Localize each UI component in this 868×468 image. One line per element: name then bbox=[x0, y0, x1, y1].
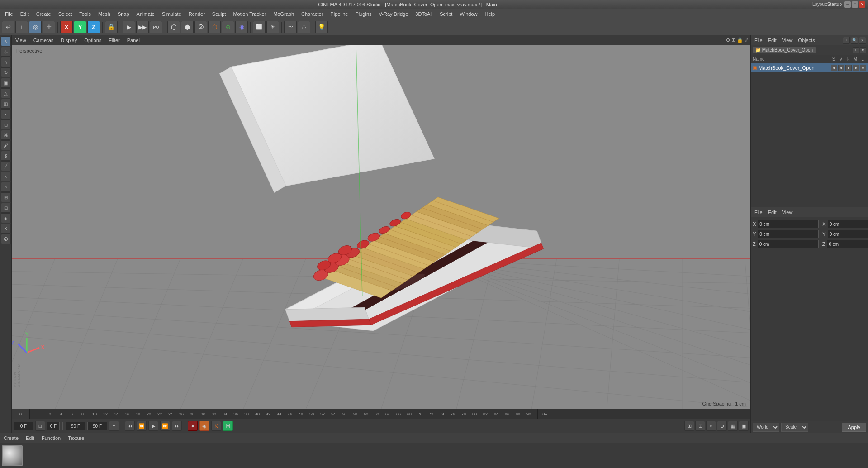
coord-x-rot[interactable] bbox=[828, 220, 868, 228]
menu-edit[interactable]: Edit bbox=[17, 10, 32, 18]
rotate-tool[interactable]: ↻ bbox=[1, 67, 11, 77]
obj-add-btn[interactable]: + bbox=[843, 37, 850, 44]
transform-mode-dropdown[interactable]: Scale Move Rotate bbox=[781, 423, 808, 432]
object-tab-main[interactable]: 📁 MatchBook_Cover_Open bbox=[753, 47, 816, 53]
object-mode[interactable]: ▣ bbox=[1, 78, 11, 88]
move-tool[interactable]: ⊹ bbox=[1, 47, 11, 57]
point-mode[interactable]: · bbox=[1, 109, 11, 119]
end-frame-field[interactable] bbox=[66, 422, 85, 430]
tl-rate-btn[interactable]: ▼ bbox=[109, 421, 119, 431]
next-frame-btn[interactable]: ⏩ bbox=[160, 421, 170, 431]
menu-mograph[interactable]: MoGraph bbox=[270, 10, 297, 18]
y-axis-btn[interactable]: Y bbox=[74, 21, 86, 33]
xpresso-tool[interactable]: X bbox=[1, 224, 11, 234]
vp-menu-view[interactable]: View bbox=[14, 37, 28, 43]
close-btn[interactable]: ✕ bbox=[859, 1, 865, 8]
obj-close-btn[interactable]: ✕ bbox=[859, 37, 866, 44]
obj-mgr-file[interactable]: File bbox=[753, 37, 764, 43]
menu-render[interactable]: Render bbox=[185, 10, 208, 18]
go-start-btn[interactable]: ⏮ bbox=[125, 421, 135, 431]
menu-file[interactable]: File bbox=[2, 10, 16, 18]
coord-y-pos[interactable] bbox=[758, 230, 819, 238]
menu-plugins[interactable]: Plugins bbox=[352, 10, 375, 18]
menu-vray[interactable]: V-Ray Bridge bbox=[376, 10, 412, 18]
camera-btn[interactable]: ◉ bbox=[235, 21, 248, 33]
mat-create[interactable]: Create bbox=[2, 435, 20, 441]
menu-3dtoall[interactable]: 3DToAll bbox=[412, 10, 436, 18]
line-tool[interactable]: ╱ bbox=[1, 161, 11, 171]
obj-m-btn[interactable]: ● bbox=[853, 65, 859, 71]
tl-layout-4[interactable]: ⊕ bbox=[717, 421, 727, 431]
dynamic-tool[interactable]: ○ bbox=[1, 182, 11, 192]
coord-z-rot[interactable] bbox=[827, 240, 868, 248]
menu-mesh[interactable]: Mesh bbox=[95, 10, 114, 18]
edge-mode[interactable]: ◫ bbox=[1, 99, 11, 109]
menu-tools[interactable]: Tools bbox=[76, 10, 94, 18]
cursor-tool[interactable]: ↖ bbox=[1, 36, 11, 46]
vp-menu-display[interactable]: Display bbox=[59, 37, 79, 43]
vp-menu-options[interactable]: Options bbox=[82, 37, 103, 43]
null-btn[interactable]: ⊕ bbox=[222, 21, 234, 33]
menu-pipeline[interactable]: Pipeline bbox=[327, 10, 351, 18]
sphere-btn[interactable]: ⬢ bbox=[181, 21, 194, 33]
model-mode[interactable]: ◻ bbox=[1, 119, 11, 129]
obj-search-btn[interactable]: 🔍 bbox=[851, 37, 858, 44]
vp-menu-panel[interactable]: Panel bbox=[125, 37, 142, 43]
tl-layout-2[interactable]: ⊡ bbox=[695, 421, 705, 431]
z-axis-btn[interactable]: Z bbox=[87, 21, 100, 33]
obj-l-btn[interactable]: ● bbox=[860, 65, 866, 71]
polygon-mode[interactable]: △ bbox=[1, 88, 11, 98]
tab-add[interactable]: + bbox=[853, 47, 859, 53]
coord-system-dropdown[interactable]: World Local Object bbox=[753, 423, 779, 432]
undo-btn[interactable]: ↩ bbox=[2, 21, 14, 33]
render-to-po-btn[interactable]: PO bbox=[150, 21, 162, 33]
key-btn[interactable]: K bbox=[211, 421, 221, 431]
vp-icon-1[interactable]: ⊕ bbox=[726, 37, 730, 43]
menu-window[interactable]: Window bbox=[456, 10, 480, 18]
vp-icon-2[interactable]: ⊞ bbox=[731, 37, 735, 43]
auto-key-btn[interactable]: ◉ bbox=[199, 421, 209, 431]
coords-file[interactable]: File bbox=[753, 209, 764, 215]
ref-tool[interactable]: ⦿ bbox=[1, 234, 11, 244]
fps-field[interactable] bbox=[87, 422, 107, 430]
apply-button[interactable]: Apply bbox=[842, 423, 866, 432]
go-end-btn[interactable]: ⏭ bbox=[172, 421, 182, 431]
mat-texture[interactable]: Texture bbox=[66, 435, 86, 441]
menu-select[interactable]: Select bbox=[55, 10, 76, 18]
mat-function[interactable]: Function bbox=[40, 435, 62, 441]
frame-range-btn[interactable]: ◫ bbox=[35, 421, 45, 431]
obj-v-btn[interactable]: ● bbox=[838, 65, 844, 71]
frame-value-field[interactable] bbox=[47, 422, 60, 430]
paint-tool[interactable]: 🖌 bbox=[1, 140, 11, 150]
sky-btn[interactable]: ☀ bbox=[266, 21, 279, 33]
render-region-btn[interactable]: ▶ bbox=[123, 21, 135, 33]
maximize-btn[interactable]: □ bbox=[852, 1, 858, 8]
prev-frame-btn[interactable]: ⏪ bbox=[137, 421, 147, 431]
menu-motion-tracker[interactable]: Motion Tracker bbox=[230, 10, 269, 18]
coord-y-rot[interactable] bbox=[828, 230, 868, 238]
obj-mgr-view[interactable]: View bbox=[780, 37, 795, 43]
coords-edit[interactable]: Edit bbox=[766, 209, 778, 215]
vp-menu-filter[interactable]: Filter bbox=[107, 37, 121, 43]
measure-tool[interactable]: ◈ bbox=[1, 213, 11, 223]
coord-z-pos[interactable] bbox=[758, 240, 819, 248]
scale-tool[interactable]: ⤡ bbox=[1, 57, 11, 67]
menu-snap[interactable]: Snap bbox=[114, 10, 133, 18]
deformer-btn[interactable]: 〜 bbox=[284, 21, 297, 33]
vp-icon-lock[interactable]: 🔒 bbox=[737, 37, 743, 43]
floor-btn[interactable]: ⬜ bbox=[253, 21, 266, 33]
vp-menu-cameras[interactable]: Cameras bbox=[32, 37, 56, 43]
sculpt-tool[interactable]: ⌘ bbox=[1, 130, 11, 140]
live-selection-btn[interactable]: ◎ bbox=[29, 21, 42, 33]
menu-create[interactable]: Create bbox=[33, 10, 54, 18]
vp-icon-fullscreen[interactable]: ⤢ bbox=[745, 37, 749, 43]
material-swatch-matchbook[interactable]: MatchB... bbox=[2, 445, 23, 466]
tl-layout-5[interactable]: ▦ bbox=[728, 421, 738, 431]
cone-btn[interactable]: ⭗ bbox=[194, 21, 207, 33]
tab-close[interactable]: ✕ bbox=[860, 47, 866, 53]
play-btn[interactable]: ▶ bbox=[148, 421, 158, 431]
obj-mgr-edit[interactable]: Edit bbox=[766, 37, 778, 43]
x-axis-btn[interactable]: X bbox=[60, 21, 73, 33]
spline-tool[interactable]: ∿ bbox=[1, 172, 11, 181]
minimize-btn[interactable]: ─ bbox=[844, 1, 851, 8]
